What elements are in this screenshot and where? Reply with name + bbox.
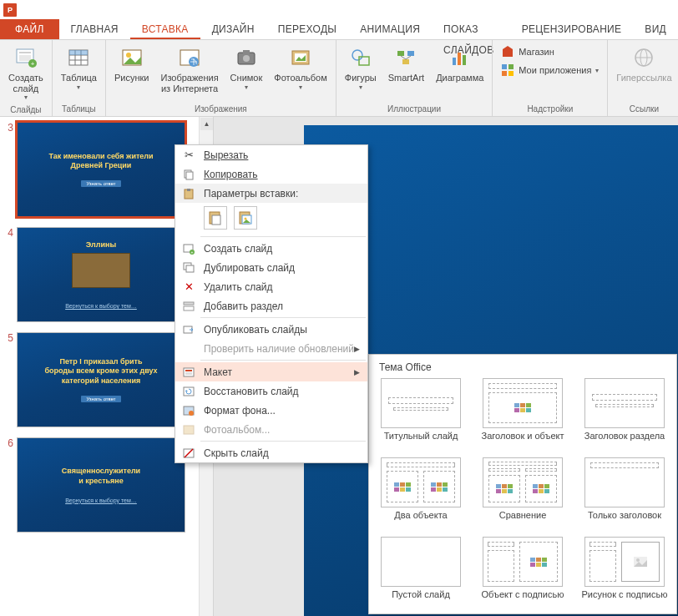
group-label-illustrations: Иллюстрации: [387, 103, 441, 116]
svg-line-25: [401, 56, 406, 59]
tab-file[interactable]: ФАЙЛ: [0, 19, 59, 39]
layout-label: Заголовок раздела: [584, 431, 665, 452]
thumb-title: Священнослужители и крестьяне: [62, 467, 140, 486]
shapes-button[interactable]: Фигуры ▾: [340, 42, 382, 93]
paste-keep-formatting[interactable]: [204, 206, 227, 230]
ribbon-group-slides: + Создать слайд ▾ Слайды: [0, 40, 53, 116]
tab-review[interactable]: РЕЦЕНЗИРОВАНИЕ: [510, 19, 634, 39]
tab-animation[interactable]: АНИМАЦИЯ: [348, 19, 432, 39]
hyperlink-button[interactable]: Гиперссылка: [611, 42, 676, 86]
layout-gallery: Тема Office Титульный слайд Заголовок и …: [368, 354, 677, 614]
cm-copy[interactable]: Копировать: [175, 164, 367, 184]
thumb-image: [72, 253, 130, 288]
slide-thumbnail-5[interactable]: Петр I приказал брить бороды всем кроме …: [17, 332, 185, 427]
svg-rect-1: [19, 52, 31, 53]
cm-photo-album: Фотоальбом...: [175, 420, 367, 439]
svg-rect-52: [186, 265, 194, 272]
hide-slide-icon: [179, 445, 199, 462]
cm-check-updates: Проверить наличие обновлений ▶: [175, 339, 367, 358]
chart-button[interactable]: Диаграмма: [431, 42, 488, 86]
tab-design[interactable]: ДИЗАЙН: [200, 19, 266, 39]
svg-rect-54: [184, 306, 194, 311]
scroll-up-button[interactable]: ▲: [200, 118, 213, 130]
layout-thumb: [584, 378, 665, 428]
cm-section-label: Добавить раздел: [199, 300, 367, 312]
layout-content-caption[interactable]: Объект с подписью: [479, 537, 566, 611]
svg-rect-63: [184, 426, 194, 434]
my-apps-button[interactable]: Мои приложения ▾: [496, 62, 604, 78]
photo-album-button[interactable]: Фотоальбом ▾: [269, 42, 332, 93]
svg-rect-2: [19, 55, 31, 61]
layout-blank[interactable]: Пустой слайд: [377, 537, 464, 611]
photo-album-icon: [179, 422, 199, 438]
ribbon: + Создать слайд ▾ Слайды Таблица ▾ Табли…: [0, 40, 678, 117]
layout-section-header[interactable]: Заголовок раздела: [581, 378, 668, 452]
photo-album-icon: [287, 44, 314, 71]
layout-icon: [179, 364, 199, 381]
screenshot-button[interactable]: Снимок ▾: [225, 42, 268, 93]
cm-duplicate-slide[interactable]: Дублировать слайд: [175, 258, 367, 277]
layout-picture-caption[interactable]: Рисунок с подписью: [581, 537, 668, 611]
layout-two-content[interactable]: Два объекта: [377, 457, 464, 532]
cm-layout-label: Макет: [199, 366, 354, 378]
layout-thumb: [381, 457, 461, 507]
tab-slideshow[interactable]: ПОКАЗ СЛАЙДОВ: [432, 19, 510, 39]
chart-label: Диаграмма: [436, 73, 483, 83]
store-button[interactable]: Магазин: [496, 43, 604, 60]
cm-layout[interactable]: Макет ▶: [175, 362, 367, 381]
chevron-right-icon: ▶: [354, 368, 367, 376]
cm-hide-slide[interactable]: Скрыть слайд: [175, 443, 367, 462]
duplicate-icon: [179, 260, 199, 276]
online-pictures-button[interactable]: Изображения из Интернета: [155, 42, 223, 96]
thumb-title: Так именовали себя жители Древней Греции: [48, 152, 153, 171]
cm-copy-label: Копировать: [204, 169, 258, 180]
cm-cut[interactable]: ✂ Вырезать: [175, 145, 367, 164]
slide-thumbnail-4[interactable]: Эллины Вернуться к выбору тем…: [17, 227, 185, 322]
powerpoint-app-icon: P: [3, 3, 17, 17]
store-icon: [501, 45, 514, 58]
slide-thumbnail-6[interactable]: Священнослужители и крестьяне Вернуться …: [17, 437, 185, 533]
pictures-button[interactable]: Рисунки: [109, 42, 154, 86]
slide-thumbnail-3[interactable]: Так именовали себя жители Древней Греции…: [17, 122, 185, 217]
tab-insert[interactable]: ВСТАВКА: [130, 19, 200, 39]
layout-title-content[interactable]: Заголовок и объект: [479, 378, 566, 452]
chart-icon: [447, 44, 473, 71]
layout-title-slide[interactable]: Титульный слайд: [377, 378, 464, 452]
svg-rect-33: [508, 64, 514, 69]
photo-album-label: Фотоальбом: [274, 73, 327, 83]
tab-view[interactable]: ВИД: [633, 19, 678, 39]
table-button[interactable]: Таблица ▾: [56, 42, 102, 93]
layout-title-only[interactable]: Только заголовок: [581, 457, 668, 532]
svg-rect-30: [503, 49, 513, 57]
layout-comparison[interactable]: Сравнение: [479, 457, 566, 532]
svg-rect-34: [502, 71, 507, 76]
layout-label: Пустой слайд: [392, 589, 450, 611]
svg-rect-40: [186, 172, 193, 179]
my-apps-label: Мои приложения: [519, 65, 591, 75]
group-label-images: Изображения: [195, 103, 247, 116]
paste-picture[interactable]: [234, 206, 257, 230]
svg-rect-23: [407, 51, 414, 56]
cm-format-background[interactable]: Формат фона...: [175, 401, 367, 420]
tab-home[interactable]: ГЛАВНАЯ: [59, 19, 130, 39]
cm-delete-slide[interactable]: ✕ Удалить слайд: [175, 277, 367, 296]
cm-publish-slides[interactable]: Опубликовать слайды: [175, 320, 367, 339]
table-label: Таблица: [61, 73, 97, 83]
cm-album-label: Фотоальбом...: [199, 424, 367, 436]
cm-new-slide[interactable]: + Создать слайд: [175, 239, 367, 258]
svg-point-62: [189, 411, 194, 416]
smartart-button[interactable]: SmartArt: [383, 42, 429, 86]
cm-reset-slide[interactable]: Восстановить слайд: [175, 381, 367, 401]
chevron-down-icon: ▾: [359, 83, 362, 91]
thumb-link: Вернуться к выбору тем…: [65, 497, 137, 503]
publish-icon: [179, 321, 199, 338]
shapes-label: Фигуры: [345, 73, 377, 83]
smartart-icon: [392, 44, 419, 71]
cm-add-section[interactable]: Добавить раздел: [175, 296, 367, 316]
thumb-title: Петр I приказал брить бороды всем кроме …: [44, 357, 157, 386]
cm-format-bg-label: Формат фона...: [199, 405, 367, 417]
tab-transitions[interactable]: ПЕРЕХОДЫ: [266, 19, 348, 39]
new-slide-button[interactable]: + Создать слайд ▾: [3, 42, 48, 104]
chevron-down-icon: ▾: [299, 83, 302, 91]
hyperlink-icon: [630, 44, 657, 71]
